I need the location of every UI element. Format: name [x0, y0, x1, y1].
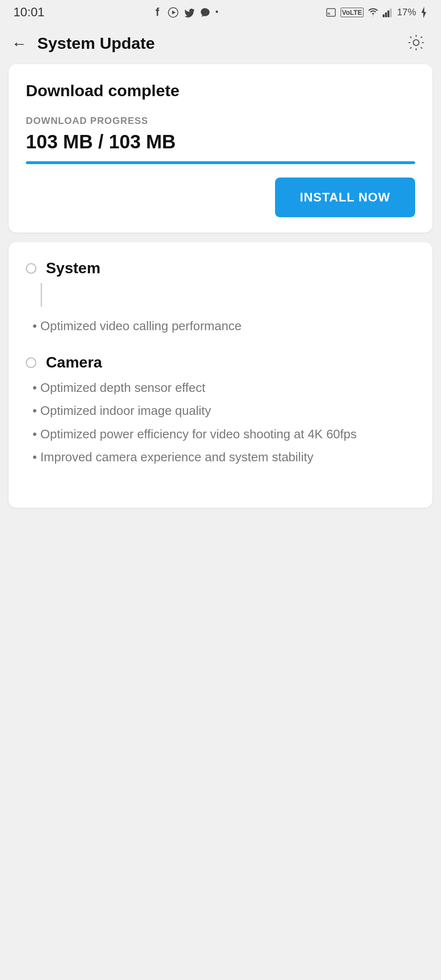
- system-dot-icon: [26, 263, 36, 274]
- progress-label: DOWNLOAD PROGRESS: [26, 115, 415, 126]
- camera-bullet-2: • Optimized indoor image quality: [33, 400, 415, 421]
- system-bullet-1: • Optimized video calling performance: [33, 315, 415, 336]
- install-now-button[interactable]: INSTALL NOW: [275, 178, 415, 217]
- feature-section-system: System • Optimized video calling perform…: [26, 259, 415, 336]
- svg-marker-8: [421, 7, 426, 18]
- chat-icon: [200, 7, 210, 18]
- status-bar: 10:01 • N VoLTE 17%: [0, 0, 441, 22]
- page-title: System Update: [37, 34, 155, 53]
- svg-rect-7: [390, 9, 392, 17]
- svg-rect-4: [383, 14, 385, 17]
- wifi-icon: [367, 8, 379, 17]
- download-card: Download complete DOWNLOAD PROGRESS 103 …: [9, 64, 432, 233]
- status-icons-right: N VoLTE 17%: [325, 7, 428, 18]
- twitter-icon: [184, 7, 195, 18]
- camera-bullet-3: • Optimized power efficiency for video s…: [33, 423, 415, 445]
- gear-icon: [407, 33, 426, 52]
- signal-icon: [383, 8, 393, 17]
- settings-button[interactable]: [405, 31, 428, 56]
- facebook-icon: [151, 7, 163, 18]
- charging-icon: [420, 7, 428, 18]
- system-title: System: [46, 259, 100, 277]
- content: Download complete DOWNLOAD PROGRESS 103 …: [0, 64, 441, 508]
- svg-point-9: [413, 40, 419, 45]
- svg-marker-1: [172, 11, 176, 14]
- svg-rect-6: [387, 11, 389, 17]
- dot-icon: •: [215, 7, 218, 17]
- progress-bar-container: [26, 161, 415, 164]
- camera-bullet-4: • Improved camera experience and system …: [33, 446, 415, 468]
- status-icons-left: •: [151, 7, 218, 18]
- back-button[interactable]: ←: [10, 34, 29, 53]
- system-divider: [41, 283, 42, 307]
- feature-section-camera: Camera • Optimized depth sensor effect •…: [26, 354, 415, 468]
- nfc-icon: N: [325, 7, 337, 18]
- battery-percent: 17%: [397, 7, 416, 18]
- progress-size: 103 MB / 103 MB: [26, 131, 415, 153]
- play-icon: [167, 7, 179, 18]
- toolbar: ← System Update: [0, 22, 441, 64]
- camera-title: Camera: [46, 354, 102, 371]
- svg-rect-5: [385, 12, 387, 17]
- toolbar-left: ← System Update: [10, 34, 155, 53]
- camera-bullet-1: • Optimized depth sensor effect: [33, 377, 415, 398]
- system-header: System: [26, 259, 415, 277]
- camera-dot-icon: [26, 357, 36, 368]
- features-card: System • Optimized video calling perform…: [9, 242, 432, 508]
- status-time: 10:01: [13, 5, 44, 20]
- install-btn-row: INSTALL NOW: [26, 178, 415, 217]
- camera-bullets: • Optimized depth sensor effect • Optimi…: [26, 377, 415, 468]
- svg-text:N: N: [328, 12, 330, 15]
- back-icon: ←: [11, 35, 27, 52]
- progress-bar-fill: [26, 161, 415, 164]
- camera-header: Camera: [26, 354, 415, 371]
- volte-icon: VoLTE: [341, 8, 364, 17]
- system-bullets: • Optimized video calling performance: [26, 315, 415, 336]
- download-complete-title: Download complete: [26, 81, 415, 100]
